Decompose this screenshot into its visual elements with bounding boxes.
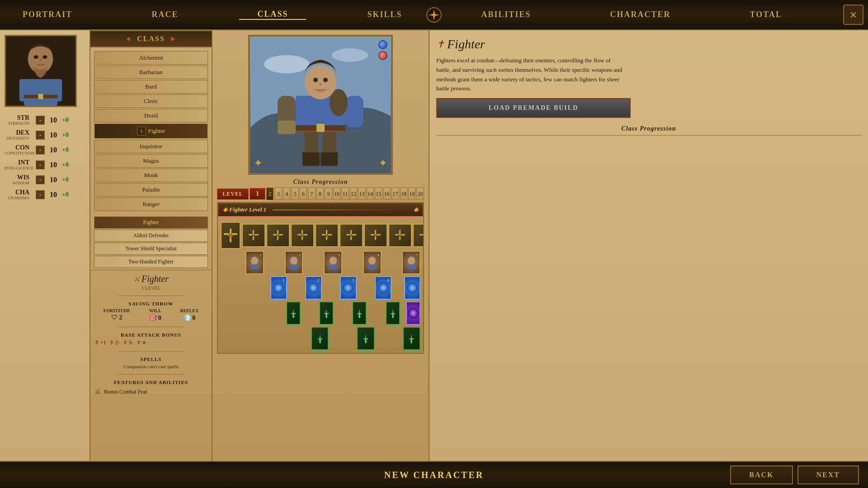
prog-slot-2a[interactable] xyxy=(242,224,265,247)
class-item-alchemist[interactable]: Alchemist xyxy=(94,51,208,65)
prog-slot-feat-1[interactable] xyxy=(221,222,241,249)
svg-rect-53 xyxy=(420,234,424,235)
svg-point-13 xyxy=(332,48,368,62)
level-18[interactable]: 18 xyxy=(400,188,407,200)
stat-wis: WIS WISDOM - 10 +0 xyxy=(5,174,85,185)
feature-bonus-combat: ⚔ Bonus Combat Feat xyxy=(94,387,208,397)
level-14[interactable]: 14 xyxy=(367,188,374,200)
subclass-fighter[interactable]: Fighter xyxy=(94,216,208,229)
load-premade-build-button[interactable]: LOAD PREMADE BUILD xyxy=(436,98,631,118)
subclass-aldori[interactable]: Aldori Defender xyxy=(94,230,208,242)
level-5[interactable]: 5 xyxy=(291,188,298,200)
nav-item-portrait[interactable]: PORTRAIT xyxy=(5,10,90,19)
prog-sword-1[interactable] xyxy=(286,301,301,325)
feat-icon: ⚔ xyxy=(94,387,101,397)
dex-value: 10 xyxy=(47,131,60,139)
level-19[interactable]: 19 xyxy=(408,188,415,200)
nav-item-skills[interactable]: SKILLS xyxy=(349,10,420,19)
con-minus-btn[interactable]: - xyxy=(36,145,45,155)
level-20[interactable]: 20 xyxy=(416,188,424,200)
level-8[interactable]: 8 xyxy=(316,188,324,200)
nav-item-race[interactable]: RACE xyxy=(133,10,196,19)
prog-purple-orb[interactable] xyxy=(406,301,420,325)
class-panel-title: CLASS xyxy=(137,35,165,43)
spells-text: Companion can't cast spells xyxy=(94,364,208,369)
prog-sword-5a[interactable] xyxy=(311,327,329,350)
prog-blue-1[interactable]: 1 xyxy=(270,276,287,300)
class-list: Alchemist Barbarian Bard Cleric Druid 1F… xyxy=(90,47,212,215)
fighter-name-text: Fighter xyxy=(142,274,169,284)
class-item-bard[interactable]: Bard xyxy=(94,80,208,94)
level-11[interactable]: 11 xyxy=(341,188,349,200)
next-button[interactable]: NEXT xyxy=(797,465,859,484)
prog-portrait-1[interactable]: 1 xyxy=(245,251,264,274)
wis-bonus: +0 xyxy=(62,176,75,183)
prog-blue-2[interactable]: 2 xyxy=(305,276,322,300)
svg-point-80 xyxy=(343,282,354,293)
prog-portrait-5[interactable]: 5 xyxy=(402,251,420,274)
bab-item-4: 🗡 4- xyxy=(136,339,147,346)
prog-sword-5b[interactable] xyxy=(357,327,374,350)
prog-slot-4b[interactable] xyxy=(364,224,387,247)
subclass-tower[interactable]: Tower Shield Specialist xyxy=(94,243,208,255)
svg-point-3 xyxy=(34,55,38,59)
int-minus-btn[interactable]: - xyxy=(36,160,45,169)
int-full: INTELLIGENCE xyxy=(5,166,29,170)
class-item-barbarian[interactable]: Barbarian xyxy=(94,66,208,79)
svg-rect-24 xyxy=(278,121,296,134)
level-15[interactable]: 15 xyxy=(375,188,382,200)
prog-sword-2[interactable] xyxy=(319,301,334,325)
level-10[interactable]: 10 xyxy=(333,188,340,200)
stat-con: CON CONSTITUTION - 10 +0 xyxy=(5,144,85,155)
fighter-desc-title: ✝ Fighter xyxy=(436,37,861,52)
level-16[interactable]: 16 xyxy=(383,188,391,200)
cha-minus-btn[interactable]: - xyxy=(36,190,45,199)
prog-slot-3b[interactable] xyxy=(315,224,339,247)
class-item-magus[interactable]: Magus xyxy=(94,154,208,168)
will-icon: 🎯 xyxy=(149,314,157,322)
prog-portrait-2[interactable]: 2 xyxy=(285,251,303,274)
prog-sword-4[interactable] xyxy=(386,301,400,325)
level-13[interactable]: 13 xyxy=(358,188,365,200)
subclass-twohanded[interactable]: Two-Handed Fighter xyxy=(94,256,208,268)
close-button[interactable]: ✕ xyxy=(843,5,863,25)
level-12[interactable]: 12 xyxy=(350,188,357,200)
prog-blue-4[interactable]: 4 xyxy=(375,276,392,300)
level-2[interactable]: 2 xyxy=(266,188,274,200)
nav-item-character[interactable]: CHARACTER xyxy=(592,10,689,19)
prog-slot-2b[interactable] xyxy=(266,224,290,247)
nav-item-total[interactable]: TOTAL xyxy=(732,10,800,19)
prog-blue-5[interactable] xyxy=(404,276,421,300)
class-item-druid[interactable]: Druid xyxy=(94,109,208,122)
prog-slot-5b[interactable] xyxy=(413,224,424,247)
prog-slot-3a[interactable] xyxy=(291,224,314,247)
wis-minus-btn[interactable]: - xyxy=(36,175,45,184)
prog-slot-4a[interactable] xyxy=(340,224,363,247)
prog-portrait-3[interactable]: 3 xyxy=(324,251,342,274)
level-7[interactable]: 7 xyxy=(308,188,315,200)
class-item-inquisitor[interactable]: Inquisitor xyxy=(94,140,208,153)
level-3[interactable]: 3 xyxy=(274,188,282,200)
class-item-monk[interactable]: Monk xyxy=(94,169,208,182)
svg-point-71 xyxy=(289,264,298,269)
prog-portrait-4[interactable]: 4 xyxy=(363,251,382,274)
prog-sword-3[interactable] xyxy=(352,301,367,325)
class-item-cleric[interactable]: Cleric xyxy=(94,94,208,108)
back-button[interactable]: BACK xyxy=(730,465,793,484)
class-item-fighter[interactable]: 1Fighter xyxy=(94,123,208,139)
class-item-paladin[interactable]: Paladin xyxy=(94,183,208,197)
nav-item-abilities[interactable]: ABILITIES xyxy=(463,10,549,19)
class-item-ranger[interactable]: Ranger xyxy=(94,197,208,211)
level-6[interactable]: 6 xyxy=(300,188,307,200)
portrait-box[interactable] xyxy=(5,35,77,107)
level-9[interactable]: 9 xyxy=(325,188,332,200)
dex-minus-btn[interactable]: - xyxy=(36,131,45,140)
prog-blue-3[interactable]: 3 xyxy=(340,276,357,300)
str-minus-btn[interactable]: - xyxy=(36,116,45,125)
prog-sword-5c[interactable] xyxy=(403,327,420,350)
level-17[interactable]: 17 xyxy=(392,188,399,200)
prog-slot-5a[interactable] xyxy=(388,224,412,247)
fighter-title-text: Fighter xyxy=(447,37,485,52)
level-4[interactable]: 4 xyxy=(283,188,290,200)
nav-item-class[interactable]: CLASS xyxy=(239,9,306,20)
